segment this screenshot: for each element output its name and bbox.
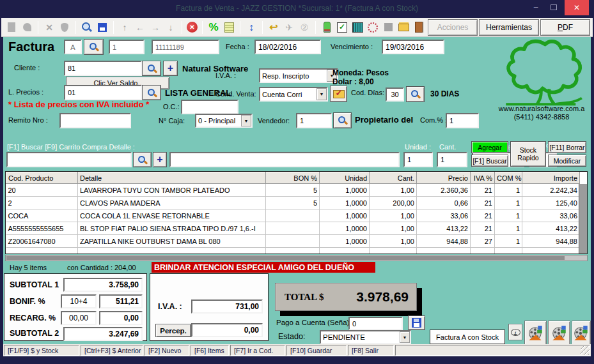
paste-icon[interactable]: [58, 21, 71, 34]
herramientas-button[interactable]: Herramientas: [479, 19, 539, 36]
percep-button[interactable]: Percep.: [155, 324, 191, 337]
cliente-field[interactable]: [64, 61, 142, 76]
column-header[interactable]: Importe: [522, 172, 580, 184]
undo-icon[interactable]: [267, 21, 280, 34]
notes-icon[interactable]: [223, 21, 235, 34]
stock-rapido-button[interactable]: StockRapido: [510, 141, 546, 167]
stop-icon[interactable]: [382, 21, 395, 34]
lprecios-field[interactable]: [64, 85, 142, 100]
vencimiento-field[interactable]: [382, 40, 444, 54]
resize-grip-icon[interactable]: [581, 346, 590, 355]
copies-icon[interactable]: [298, 21, 311, 34]
column-header[interactable]: Cod. Producto: [6, 172, 78, 184]
table-row[interactable]: 2CLAVOS PARA MADERA51,0000200,000,662111…: [6, 197, 580, 209]
chevron-down-icon[interactable]: ▼: [317, 88, 327, 100]
lprecios-lookup-button[interactable]: [142, 85, 161, 100]
f11-borrar-button[interactable]: [F11] Borrar: [548, 141, 586, 153]
com-field[interactable]: [446, 113, 479, 128]
stock-icon[interactable]: [320, 21, 333, 34]
open-icon[interactable]: [20, 21, 33, 34]
estado-select[interactable]: PENDIENTE▼: [320, 330, 411, 344]
acciones-button[interactable]: Acciones: [428, 19, 478, 36]
statusbar-item[interactable]: [Ctrl+F3] $ Anterior: [81, 345, 143, 356]
discount-icon[interactable]: [207, 21, 220, 34]
producto-add-button[interactable]: +: [153, 152, 167, 167]
cant-input[interactable]: [437, 152, 467, 167]
cut-icon[interactable]: [43, 21, 56, 34]
letter-field[interactable]: [64, 40, 82, 54]
cod-dias-lookup-button[interactable]: [406, 86, 425, 102]
table-row[interactable]: 20LAVARROPA TUYU CON TAMBOR PLATEADO51,0…: [6, 184, 580, 197]
column-header[interactable]: BON %: [266, 172, 320, 184]
column-header[interactable]: Precio: [417, 172, 471, 184]
statusbar-item[interactable]: [F10] Guardar: [286, 345, 347, 356]
minimize-button[interactable]: –: [531, 3, 540, 11]
search-icon[interactable]: [81, 21, 93, 34]
prev-icon[interactable]: [134, 21, 146, 34]
cliente-add-button[interactable]: +: [163, 61, 178, 76]
guardar-pago-button[interactable]: [408, 315, 425, 330]
media-button-2[interactable]: [548, 321, 570, 345]
caja-select[interactable]: 0 - Principal▼: [195, 114, 253, 128]
empty-row[interactable]: [6, 248, 580, 255]
column-header[interactable]: Unidad: [320, 172, 370, 184]
expand-icon[interactable]: [245, 21, 258, 34]
cond-venta-select[interactable]: Cuenta Corri▼: [259, 87, 328, 102]
statusbar-item[interactable]: [F8] Salir: [348, 345, 394, 356]
fecha-field[interactable]: [254, 40, 321, 54]
f1-buscar-button[interactable]: [F1] Buscar: [471, 155, 508, 167]
maximize-button[interactable]: [551, 4, 557, 10]
column-header[interactable]: IVA %: [471, 172, 495, 184]
horizontal-scrollbar[interactable]: [5, 255, 588, 261]
pos-field[interactable]: [109, 40, 145, 54]
cliente-lookup-button[interactable]: [142, 61, 161, 76]
confirm-icon[interactable]: [336, 21, 348, 34]
producto-lookup-button[interactable]: [133, 152, 152, 167]
column-header[interactable]: Detalle: [78, 172, 266, 184]
column-header[interactable]: COM %: [495, 172, 522, 184]
pdf-button[interactable]: PDF: [540, 19, 590, 36]
send-icon[interactable]: [283, 21, 295, 34]
next-icon[interactable]: [149, 21, 162, 34]
save-icon[interactable]: [96, 21, 109, 34]
vertical-scrollbar[interactable]: [579, 184, 587, 254]
table-row[interactable]: A5555555555655BL STOP FIAT PALIO SIENA S…: [6, 222, 580, 235]
new-icon[interactable]: [5, 21, 18, 34]
table-row[interactable]: Z20061647080ZAPATILLA NIKE OUTBURST DAMA…: [6, 235, 580, 248]
tipo-factura-box[interactable]: Factura A con Stock: [430, 330, 505, 344]
scrollbar-thumb[interactable]: [6, 256, 565, 260]
close-button[interactable]: ✕: [565, 0, 589, 15]
refresh-icon[interactable]: [366, 21, 379, 34]
modificar-button[interactable]: Modificar: [548, 155, 586, 167]
iva-select[interactable]: Resp. Inscripto▼: [259, 68, 338, 83]
oc-field[interactable]: [181, 100, 238, 114]
column-header[interactable]: Cant.: [370, 172, 417, 184]
media-button-3[interactable]: [572, 321, 591, 345]
unidad-input[interactable]: [403, 152, 433, 167]
info-button[interactable]: i: [508, 324, 522, 340]
statusbar-item[interactable]: [F1/F9] $ y Stock: [4, 345, 79, 356]
statusbar-item[interactable]: [F2] Nuevo: [145, 345, 189, 356]
first-icon[interactable]: [118, 21, 131, 34]
folder-icon[interactable]: [397, 21, 410, 34]
media-button-1[interactable]: [524, 321, 547, 345]
chevron-down-icon[interactable]: ▼: [400, 331, 410, 343]
detalle-input[interactable]: [169, 152, 400, 167]
codigo-search-input[interactable]: [6, 152, 132, 167]
table-row[interactable]: COCACOCA COLA 1L ENVASE RETORNABLE1,0000…: [6, 209, 580, 222]
vendedor-field[interactable]: [296, 113, 332, 128]
website-link[interactable]: www.naturalsoftware.com.a: [490, 105, 591, 112]
cancel-icon[interactable]: [187, 22, 198, 33]
recarg-pct-field[interactable]: 00,00: [61, 311, 97, 325]
pago-field[interactable]: [348, 317, 403, 330]
vendedor-lookup-button[interactable]: [333, 112, 352, 128]
remito-field[interactable]: [59, 113, 131, 128]
bonif-pct-field[interactable]: 10+4: [61, 294, 97, 308]
statusbar-item[interactable]: [F7] Ir a Cod.: [230, 345, 285, 356]
exit-icon[interactable]: [412, 21, 425, 34]
statusbar-item[interactable]: [F6] Items: [191, 345, 229, 356]
agregar-button[interactable]: Agregar: [471, 141, 508, 153]
last-icon[interactable]: [164, 21, 177, 34]
numero-field[interactable]: [152, 40, 219, 54]
cond-venta-edit-button[interactable]: [330, 86, 347, 102]
